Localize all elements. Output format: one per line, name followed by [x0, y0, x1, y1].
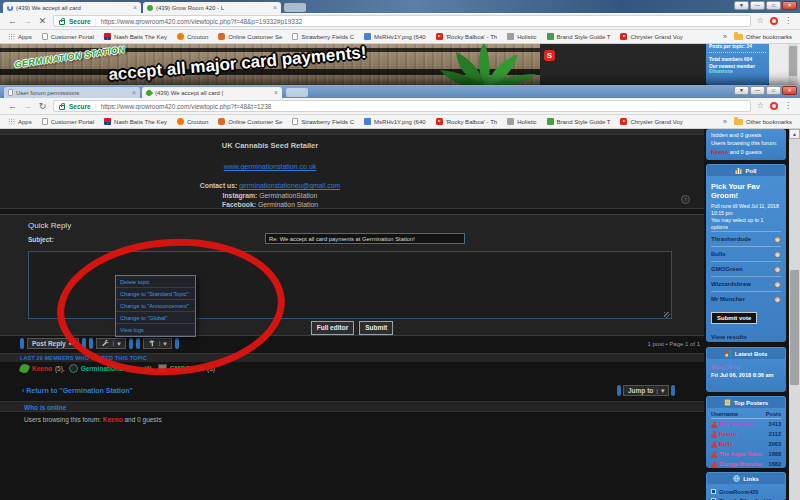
omnibox[interactable]: Secure | https://www.growroom420.com/vie…: [53, 15, 751, 27]
bookmark-item[interactable]: 'Rocky Balboa' - Th: [436, 33, 498, 40]
poster-name-link[interactable]: Clunge Muncher: [719, 461, 767, 467]
maximize-button[interactable]: □: [766, 86, 781, 95]
window-arrow-button[interactable]: ▼: [734, 1, 749, 10]
bookmark-item[interactable]: MsRHv1Y.png (640: [364, 118, 426, 125]
bookmark-star-icon[interactable]: ☆: [757, 17, 764, 25]
bookmark-item[interactable]: Customer Portal: [42, 33, 94, 40]
poster-name-link[interactable]: Bulls: [719, 441, 767, 447]
lock-icon: [59, 20, 65, 25]
bookmarks-right: » Other bookmarks: [723, 33, 792, 40]
view-results-link[interactable]: View results: [711, 333, 781, 340]
forward-icon[interactable]: →: [23, 17, 32, 26]
close-button[interactable]: ✕: [782, 1, 797, 10]
bookmark-item[interactable]: Brand Style Guide T: [547, 118, 611, 125]
extension-icon[interactable]: [770, 17, 778, 25]
forward-icon[interactable]: →: [23, 102, 32, 111]
full-editor-button[interactable]: Full editor: [311, 321, 354, 335]
maximize-button[interactable]: □: [766, 1, 781, 10]
radio-button[interactable]: [774, 281, 781, 288]
back-to-top-icon[interactable]: ↑: [681, 195, 690, 204]
bookmark-item[interactable]: Strawberry Fields C: [292, 33, 354, 40]
bookmark-favicon: [507, 118, 514, 125]
tab-close-icon[interactable]: ×: [133, 4, 137, 11]
bookmark-item[interactable]: Holistic: [507, 118, 536, 125]
w2-tab-1[interactable]: User forum permissions ×: [4, 87, 140, 98]
newest-member-name[interactable]: Elisastone: [709, 69, 733, 74]
new-tab-button[interactable]: [286, 88, 308, 97]
scrollbar-up-arrow[interactable]: ▲: [789, 129, 800, 139]
radio-button[interactable]: [774, 236, 781, 243]
poll-header-label: Poll: [745, 168, 756, 174]
browsing-user[interactable]: Keeno: [103, 416, 123, 423]
poster-name-link[interactable]: The Aspie Toker: [719, 451, 767, 457]
minimize-button[interactable]: —: [750, 86, 765, 95]
close-button[interactable]: ✕: [782, 86, 797, 95]
radio-button[interactable]: [774, 251, 781, 258]
submit-vote-button[interactable]: Submit vote: [711, 312, 757, 324]
poster-name-link[interactable]: Mrs Beefheart: [719, 421, 767, 427]
online-line: hidden and 0 guests: [711, 131, 781, 139]
bookmark-item[interactable]: Crouton: [177, 118, 208, 125]
scrollbar-thumb[interactable]: [790, 270, 799, 385]
sidebar-link[interactable]: GrowRoom420: [719, 489, 758, 495]
back-icon[interactable]: ←: [8, 17, 17, 26]
bookmarks-overflow-icon[interactable]: »: [723, 33, 727, 40]
textarea-resize-handle[interactable]: [664, 312, 670, 318]
tab-close-icon[interactable]: ×: [273, 4, 277, 11]
window-arrow-button[interactable]: ▼: [734, 86, 749, 95]
bookmark-item[interactable]: Online Customer Se: [218, 118, 282, 125]
bookmark-label: Strawberry Fields C: [301, 34, 354, 40]
bookmark-item[interactable]: Customer Portal: [42, 118, 94, 125]
bookmark-item[interactable]: Chrysler Grand Voy: [620, 33, 682, 40]
omnibox[interactable]: Secure | https://www.growroom420.com/vie…: [53, 100, 751, 112]
new-tab-button[interactable]: [284, 3, 306, 12]
bookmark-item[interactable]: Brand Style Guide T: [547, 33, 611, 40]
w1-tab-1[interactable]: (439) We accept all card ×: [3, 2, 141, 13]
bot-name-link[interactable]: Bing [Bot]: [711, 364, 781, 370]
other-bookmarks[interactable]: Other bookmarks: [734, 34, 792, 40]
bookmarks-overflow-icon[interactable]: »: [723, 118, 727, 125]
dropdown-icon[interactable]: ▾: [661, 387, 665, 394]
w2-tab-strip: User forum permissions × (439) We accept…: [0, 85, 800, 98]
poster-name-link[interactable]: Keeno: [719, 431, 767, 437]
reload-icon[interactable]: ↻: [38, 102, 47, 111]
subject-input[interactable]: [265, 233, 465, 244]
bookmark-item[interactable]: Crouton: [177, 33, 208, 40]
radio-button[interactable]: [774, 266, 781, 273]
tab-close-icon[interactable]: ×: [132, 89, 136, 96]
return-link[interactable]: ‹ Return to "Germination Station": [22, 387, 133, 394]
stop-icon[interactable]: ✕: [38, 17, 47, 26]
browser-menu-icon[interactable]: ⋮: [784, 17, 792, 25]
browser-menu-icon[interactable]: ⋮: [784, 102, 792, 110]
bookmark-item[interactable]: MsRHv1Y.png (640: [364, 33, 426, 40]
online-user[interactable]: Keeno: [711, 149, 728, 155]
bookmark-star-icon[interactable]: ☆: [757, 102, 764, 110]
radio-button[interactable]: [774, 296, 781, 303]
bookmark-item[interactable]: Chrysler Grand Voy: [620, 118, 682, 125]
bookmark-item[interactable]: Nash Baits The Key: [104, 33, 167, 40]
bookmark-item[interactable]: 'Rocky Balboa' - Th: [436, 118, 498, 125]
other-bookmarks[interactable]: Other bookmarks: [734, 119, 792, 125]
tab-close-icon[interactable]: ×: [274, 89, 278, 96]
w1-scrollbar-thumb[interactable]: [789, 46, 797, 76]
bookmark-item[interactable]: Holistic: [507, 33, 536, 40]
w2-tab-2[interactable]: (439) We accept all card | ×: [142, 87, 282, 98]
submit-button[interactable]: Submit: [359, 321, 393, 335]
facebook-label: Facebook:: [222, 201, 256, 208]
jump-to-button[interactable]: Jump to | ▾: [623, 385, 669, 396]
back-icon[interactable]: ←: [8, 102, 17, 111]
w1-tab-2[interactable]: (439) Grow Room 420 - L ×: [143, 2, 281, 13]
contact-email-link[interactable]: germinationstationeu@gmail.com: [239, 182, 340, 189]
minimize-button[interactable]: —: [750, 1, 765, 10]
apps-shortcut[interactable]: Apps: [8, 33, 32, 40]
site-link[interactable]: www.germinationstation.co.uk: [224, 163, 317, 170]
bookmark-item[interactable]: Strawberry Fields C: [292, 118, 354, 125]
bookmark-item[interactable]: Nash Baits The Key: [104, 118, 167, 125]
extension-icon[interactable]: [770, 102, 778, 110]
button-cap: [671, 385, 675, 396]
person-icon: [711, 441, 717, 448]
person-icon: [711, 461, 717, 468]
member-name[interactable]: Keeno: [32, 365, 52, 372]
bookmark-item[interactable]: Online Customer Se: [218, 33, 282, 40]
apps-shortcut[interactable]: Apps: [8, 118, 32, 125]
